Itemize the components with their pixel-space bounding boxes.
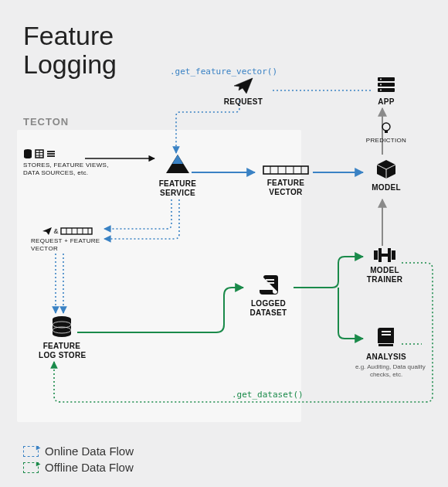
request-label: REQUEST xyxy=(216,97,270,107)
svg-rect-39 xyxy=(378,344,393,346)
vector-cells-icon xyxy=(259,165,313,175)
feature-service-label: FEATURE SERVICE xyxy=(154,179,201,198)
paper-plane-icon xyxy=(216,77,270,94)
bulb-icon xyxy=(363,122,409,135)
svg-rect-34 xyxy=(382,254,388,257)
triangle-icon xyxy=(154,153,201,176)
model-trainer-label: MODEL TRAINER xyxy=(361,266,408,284)
node-analysis: ANALYSIS e.g. Auditing, Data quality che… xyxy=(355,326,417,378)
plane-vector-icon: & xyxy=(31,227,104,235)
book-icon xyxy=(355,326,417,349)
svg-rect-29 xyxy=(266,282,274,284)
cube-icon xyxy=(367,158,406,180)
svg-point-3 xyxy=(380,79,382,80)
prediction-label: PREDICTION xyxy=(363,137,409,145)
legend-offline-box: ▸ xyxy=(23,462,39,473)
legend-offline-label: Offline Data Flow xyxy=(45,461,134,474)
svg-point-4 xyxy=(380,84,382,86)
annot-get-feature-vector: .get_feature_vector() xyxy=(170,66,277,77)
svg-rect-41 xyxy=(382,334,391,335)
node-req-fv: & REQUEST + FEATURE VECTOR xyxy=(31,227,104,252)
database-icon xyxy=(39,315,85,339)
node-app: APP xyxy=(367,76,406,107)
title-line2: Logging xyxy=(23,49,117,79)
analysis-sub: e.g. Auditing, Data quality checks, etc. xyxy=(355,363,417,378)
node-model: MODEL xyxy=(367,158,406,192)
node-logged-dataset: LOGGED DATASET xyxy=(243,274,294,318)
title-line1: Feature xyxy=(23,21,114,50)
legend-online-box: ▸ xyxy=(23,446,39,457)
node-request: REQUEST xyxy=(216,77,270,107)
legend-online: ▸ Online Data Flow xyxy=(23,444,134,458)
app-label: APP xyxy=(367,97,406,107)
legend-offline: ▸ Offline Data Flow xyxy=(23,461,134,474)
page-title: Feature Logging xyxy=(23,22,117,80)
flstore-label: FEATURE LOG STORE xyxy=(39,342,85,360)
svg-point-5 xyxy=(380,90,382,91)
svg-rect-30 xyxy=(374,250,378,260)
sources-label: STORES, FEATURE VIEWS, DATA SOURCES, etc… xyxy=(23,162,89,176)
logged-dataset-label: LOGGED DATASET xyxy=(243,299,294,318)
dumbbell-icon xyxy=(361,247,408,263)
server-icon xyxy=(367,76,406,94)
legend: ▸ Online Data Flow ▸ Offline Data Flow xyxy=(23,444,134,477)
annot-get-dataset: .get_dataset() xyxy=(232,390,304,400)
svg-rect-7 xyxy=(385,131,388,133)
svg-rect-32 xyxy=(388,248,391,262)
svg-rect-28 xyxy=(266,279,274,281)
svg-rect-31 xyxy=(378,248,382,262)
node-sources: STORES, FEATURE VIEWS, DATA SOURCES, etc… xyxy=(23,148,89,176)
model-label: MODEL xyxy=(367,183,406,192)
tecton-label: TECTON xyxy=(23,116,69,128)
node-feature-log-store: FEATURE LOG STORE xyxy=(39,315,85,360)
node-feature-service: FEATURE SERVICE xyxy=(154,153,201,198)
db-table-list-icon xyxy=(23,148,89,159)
feature-vector-label: FEATURE VECTOR xyxy=(259,179,313,197)
node-feature-vector: FEATURE VECTOR xyxy=(259,165,313,197)
legend-online-label: Online Data Flow xyxy=(45,444,134,458)
node-model-trainer: MODEL TRAINER xyxy=(361,247,408,284)
node-prediction: PREDICTION xyxy=(363,122,409,145)
analysis-label: ANALYSIS xyxy=(355,352,417,362)
svg-rect-33 xyxy=(392,250,395,260)
svg-rect-40 xyxy=(382,331,391,332)
svg-rect-22 xyxy=(61,228,92,234)
scroll-icon xyxy=(243,274,294,296)
req-fv-label: REQUEST + FEATURE VECTOR xyxy=(31,237,104,252)
svg-point-6 xyxy=(382,123,390,131)
